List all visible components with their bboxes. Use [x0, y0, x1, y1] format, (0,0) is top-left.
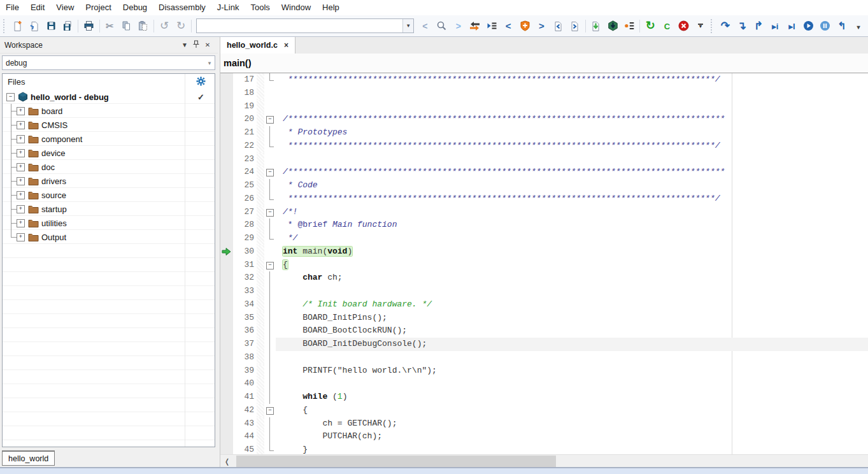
window-menu-icon[interactable]: ▼ — [179, 41, 190, 48]
expand-icon[interactable]: + — [17, 135, 25, 143]
breakpoint-margin[interactable] — [220, 126, 233, 140]
code-content[interactable]: } — [276, 443, 868, 455]
code-content[interactable]: PRINTF("hello world.\r\n"); — [276, 364, 868, 378]
breakpoints-list-button[interactable] — [622, 18, 637, 34]
code-content[interactable]: ****************************************… — [276, 192, 868, 206]
code-content[interactable] — [276, 377, 868, 391]
scroll-left-icon[interactable]: ❬ — [220, 455, 234, 468]
fold-collapse-icon[interactable]: − — [266, 116, 274, 124]
menu-help[interactable]: Help — [317, 0, 345, 15]
code-content[interactable] — [276, 87, 868, 100]
code-content[interactable]: ch = GETCHAR(); — [276, 417, 868, 431]
code-line-21[interactable]: 21 * Prototypes — [220, 126, 868, 140]
collapse-icon[interactable]: − — [6, 93, 15, 101]
tree-item-utilities[interactable]: +utilities — [3, 216, 215, 230]
expand-icon[interactable]: + — [17, 149, 25, 157]
tab-close-icon[interactable]: × — [284, 41, 288, 50]
step-out-button[interactable]: ↱ — [751, 18, 766, 34]
code-line-30[interactable]: 30int main(void) — [220, 245, 868, 259]
code-line-42[interactable]: 42− { — [220, 404, 868, 417]
breakpoint-margin[interactable] — [220, 245, 233, 259]
code-content[interactable]: BOARD_BootClockRUN(); — [276, 324, 868, 338]
breakpoint-margin[interactable] — [220, 100, 233, 113]
expand-icon[interactable]: + — [17, 191, 25, 199]
breakpoint-margin[interactable] — [220, 219, 233, 232]
code-line-18[interactable]: 18 — [220, 87, 868, 100]
code-line-20[interactable]: 20−/************************************… — [220, 113, 868, 126]
breakpoint-margin[interactable] — [220, 404, 233, 417]
save-all-button[interactable] — [60, 18, 75, 34]
breakpoint-margin[interactable] — [220, 312, 233, 325]
tree-item-device[interactable]: +device — [3, 146, 215, 160]
menu-file[interactable]: File — [0, 0, 25, 15]
expand-icon[interactable]: + — [17, 205, 25, 213]
breakpoint-margin[interactable] — [220, 324, 233, 338]
expand-icon[interactable]: + — [17, 219, 25, 227]
code-line-36[interactable]: 36 BOARD_BootClockRUN(); — [220, 324, 868, 338]
expand-icon[interactable]: + — [17, 177, 25, 185]
code-content[interactable]: * @brief Main function — [276, 219, 868, 232]
breakpoint-margin[interactable] — [220, 338, 233, 351]
code-line-32[interactable]: 32 char ch; — [220, 271, 868, 285]
breakpoint-margin[interactable] — [220, 113, 233, 126]
breakpoint-margin[interactable] — [220, 430, 233, 443]
redo-button[interactable]: ↻ — [173, 18, 189, 34]
code-content[interactable]: * Prototypes — [276, 126, 868, 140]
doc-next-button[interactable] — [567, 18, 583, 34]
angle-next-button[interactable]: > — [534, 18, 549, 34]
next-statement-button[interactable]: ▸i — [767, 18, 783, 34]
step-over-button[interactable]: ↷ — [718, 18, 733, 34]
expand-icon[interactable]: + — [17, 121, 25, 129]
code-content[interactable] — [276, 351, 868, 364]
gear-icon[interactable] — [196, 76, 206, 89]
fold-collapse-icon[interactable]: − — [266, 262, 274, 269]
code-content[interactable]: while (1) — [276, 391, 868, 404]
goto-function-list-button[interactable] — [484, 18, 499, 34]
restart-debugger-button[interactable]: ↻ — [643, 18, 658, 34]
cut-button[interactable]: ✂ — [103, 18, 118, 34]
angle-prev-button[interactable]: < — [501, 18, 516, 34]
code-line-33[interactable]: 33 — [220, 285, 868, 298]
code-content[interactable] — [276, 100, 868, 113]
breakpoint-margin[interactable] — [220, 364, 233, 378]
step-into-button[interactable]: ↴ — [734, 18, 750, 34]
breakpoint-margin[interactable] — [220, 140, 233, 153]
code-line-25[interactable]: 25 * Code — [220, 179, 868, 192]
tree-item-component[interactable]: +component — [3, 132, 215, 146]
function-nav-bar[interactable]: main() — [220, 54, 868, 73]
code-content[interactable]: BOARD_InitPins(); — [276, 312, 868, 325]
code-line-45[interactable]: 45 } — [220, 443, 868, 455]
run-to-cursor-button[interactable]: ▸I — [784, 18, 799, 34]
code-line-39[interactable]: 39 PRINTF("hello world.\r\n"); — [220, 364, 868, 378]
code-content[interactable]: char ch; — [276, 271, 868, 285]
overflow-button[interactable]: ▼ — [693, 18, 708, 34]
breakpoint-margin[interactable] — [220, 298, 233, 312]
menu-j-link[interactable]: J-Link — [211, 0, 245, 15]
breakpoint-margin[interactable] — [220, 206, 233, 219]
nav-forward-button[interactable]: > — [451, 18, 466, 34]
code-line-17[interactable]: 17 *************************************… — [220, 73, 868, 87]
bookmark-toggle-button[interactable] — [517, 18, 532, 34]
menu-tools[interactable]: Tools — [245, 0, 275, 15]
config-selector[interactable]: debug ▾ — [2, 55, 215, 70]
code-line-41[interactable]: 41 while (1) — [220, 391, 868, 404]
workspace-tab-hello-world[interactable]: hello_world — [2, 450, 55, 466]
code-line-27[interactable]: 27−/*! — [220, 206, 868, 219]
code-content[interactable]: * Code — [276, 179, 868, 192]
code-line-23[interactable]: 23 — [220, 153, 868, 166]
breakpoint-margin[interactable] — [220, 153, 233, 166]
expand-icon[interactable]: + — [17, 233, 25, 241]
tree-item-output[interactable]: +Output — [3, 230, 215, 244]
tree-item-startup[interactable]: +startup — [3, 202, 215, 216]
code-line-26[interactable]: 26 *************************************… — [220, 192, 868, 206]
code-line-34[interactable]: 34 /* Init board hardware. */ — [220, 298, 868, 312]
download-active-button[interactable] — [588, 18, 604, 34]
menu-edit[interactable]: Edit — [25, 0, 50, 15]
copy-button[interactable] — [119, 18, 134, 34]
tree-item-project[interactable]: − hello_world - debug ✓ — [3, 90, 215, 104]
code-line-38[interactable]: 38 — [220, 351, 868, 364]
dropdown-button[interactable]: ▾ — [851, 18, 866, 34]
menu-debug[interactable]: Debug — [117, 0, 153, 15]
breakpoint-margin[interactable] — [220, 377, 233, 391]
toolbar-grip[interactable] — [711, 19, 715, 33]
